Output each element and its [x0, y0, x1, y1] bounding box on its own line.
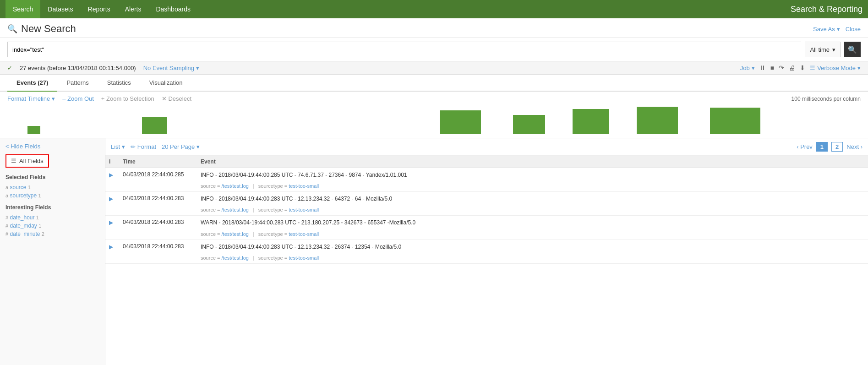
right-panel: List ▾ ✏ Format 20 Per Page ▾ ‹ Prev 1 2… [105, 138, 868, 365]
search-input[interactable] [7, 42, 801, 57]
search-bar: All time ▾ 🔍 [0, 38, 868, 61]
chart-bar [142, 117, 167, 134]
chevron-down-icon: ▾ [752, 65, 755, 71]
page-2-button[interactable]: 2 [831, 142, 843, 152]
field-date-hour[interactable]: # date_hour 1 [5, 213, 99, 222]
event-meta: source = /test/test.log | sourcetype = t… [105, 206, 868, 215]
event-text: INFO - 2018/03/04-19:44:00.283 UTC - 12.… [201, 195, 864, 203]
all-fields-button[interactable]: ☰ All Fields [5, 154, 49, 168]
format-button[interactable]: ✏ Format [131, 143, 156, 150]
event-source[interactable]: /test/test.log [222, 255, 249, 261]
event-sourcetype[interactable]: test-too-small [289, 207, 319, 212]
event-text: INFO - 2018/03/04-19:44:00.283 UTC - 12.… [201, 243, 864, 251]
expand-row-button[interactable]: ▶ [109, 195, 123, 202]
chart-bar [27, 126, 40, 134]
chart-bar [440, 110, 481, 134]
event-source[interactable]: /test/test.log [222, 231, 249, 237]
field-source[interactable]: a source 1 [5, 183, 99, 191]
field-date-mday[interactable]: # date_mday 1 [5, 222, 99, 230]
list-button[interactable]: List ▾ [111, 143, 125, 150]
pagination: ‹ Prev 1 2 Next › [797, 142, 863, 152]
time-picker[interactable]: All time ▾ [805, 42, 841, 57]
stop-button[interactable]: ■ [770, 64, 774, 71]
per-page-button[interactable]: 20 Per Page ▾ [162, 143, 200, 150]
events-table-header: i Time Event [105, 156, 868, 168]
download-button[interactable]: ⬇ [800, 64, 805, 71]
event-count: 27 events (before 13/04/2018 00:11:54.00… [20, 65, 136, 71]
expand-row-button[interactable]: ▶ [109, 171, 123, 178]
event-main-row: ▶ 04/03/2018 22:44:00.283 INFO - 2018/03… [105, 192, 868, 206]
verbose-mode-button[interactable]: ☰ Verbose Mode ▾ [810, 65, 861, 71]
list-controls: List ▾ ✏ Format 20 Per Page ▾ ‹ Prev 1 2… [105, 138, 868, 156]
field-date-minute[interactable]: # date_minute 2 [5, 230, 99, 238]
page-title-area: 🔍 New Search [7, 23, 76, 35]
list-icon: ☰ [810, 65, 815, 71]
nav-search[interactable]: Search [5, 0, 40, 18]
zoom-out-button[interactable]: – Zoom Out [62, 95, 94, 102]
chevron-down-icon: ▾ [52, 95, 55, 102]
app-title: Search & Reporting [791, 5, 863, 14]
chevron-down-icon: ▾ [832, 46, 835, 53]
status-check-icon: ✓ [7, 65, 12, 71]
interesting-fields-title: Interesting Fields [5, 204, 99, 211]
sidebar: < Hide Fields ☰ All Fields Selected Fiel… [0, 138, 105, 365]
chart-bar [573, 109, 609, 134]
search-header: 🔍 New Search Save As ▾ Close [0, 18, 868, 38]
timeline-chart[interactable] [0, 106, 868, 138]
event-time: 04/03/2018 22:44:00.285 [123, 171, 201, 179]
chevron-down-icon: ▾ [122, 143, 125, 150]
header-actions: Save As ▾ Close [813, 26, 861, 33]
tab-events[interactable]: Events (27) [7, 75, 57, 92]
no-sampling-button[interactable]: No Event Sampling ▾ [143, 65, 199, 71]
status-actions: Job ▾ ⏸ ■ ↷ 🖨 ⬇ ☰ Verbose Mode ▾ [740, 64, 861, 71]
job-button[interactable]: Job ▾ [740, 65, 755, 71]
chart-bar [710, 108, 760, 134]
prev-page-button[interactable]: ‹ Prev [797, 143, 813, 150]
tab-visualization[interactable]: Visualization [140, 75, 192, 92]
nav-dashboards[interactable]: Dashboards [148, 0, 198, 18]
event-sourcetype[interactable]: test-too-small [289, 231, 319, 237]
event-text: INFO - 2018/03/04-19:44:00.285 UTC - 74.… [201, 171, 864, 180]
tab-statistics[interactable]: Statistics [98, 75, 140, 92]
event-meta: source = /test/test.log | sourcetype = t… [105, 230, 868, 240]
print-button[interactable]: 🖨 [789, 64, 795, 71]
close-button[interactable]: Close [846, 26, 861, 33]
main-content: < Hide Fields ☰ All Fields Selected Fiel… [0, 138, 868, 365]
nav-alerts[interactable]: Alerts [118, 0, 149, 18]
deselect-button: ✕ Deselect [162, 95, 191, 102]
time-range-label: All time [810, 46, 830, 53]
status-bar: ✓ 27 events (before 13/04/2018 00:11:54.… [0, 61, 868, 75]
event-source[interactable]: /test/test.log [222, 207, 249, 212]
table-row: ▶ 04/03/2018 22:44:00.283 INFO - 2018/03… [105, 192, 868, 216]
nav-reports[interactable]: Reports [81, 0, 118, 18]
list-icon: ☰ [11, 158, 16, 164]
save-as-button[interactable]: Save As ▾ [813, 26, 840, 33]
refresh-button[interactable]: ↷ [779, 64, 784, 71]
chevron-down-icon: ▾ [837, 26, 840, 33]
timeline-bar: Format Timeline ▾ – Zoom Out + Zoom to S… [0, 92, 868, 106]
table-row: ▶ 04/03/2018 22:44:00.283 WARN - 2018/03… [105, 216, 868, 240]
event-time: 04/03/2018 22:44:00.283 [123, 243, 201, 251]
event-sourcetype[interactable]: test-too-small [289, 255, 319, 261]
expand-row-button[interactable]: ▶ [109, 218, 123, 226]
page-1-button[interactable]: 1 [816, 142, 828, 152]
event-time: 04/03/2018 22:44:00.283 [123, 195, 201, 202]
hide-fields-button[interactable]: < Hide Fields [5, 143, 99, 150]
event-main-row: ▶ 04/03/2018 22:44:00.283 WARN - 2018/03… [105, 216, 868, 230]
chevron-down-icon: ▾ [197, 143, 200, 150]
ms-per-col-label: 100 milliseconds per column [792, 96, 861, 102]
pause-button[interactable]: ⏸ [759, 64, 766, 71]
table-row: ▶ 04/03/2018 22:44:00.283 INFO - 2018/03… [105, 240, 868, 264]
chevron-down-icon: ▾ [196, 65, 199, 71]
event-sourcetype[interactable]: test-too-small [289, 183, 319, 189]
tab-patterns[interactable]: Patterns [57, 75, 98, 92]
next-page-button[interactable]: Next › [846, 143, 863, 150]
col-info: i [109, 158, 123, 165]
search-button[interactable]: 🔍 [844, 42, 861, 57]
nav-datasets[interactable]: Datasets [40, 0, 80, 18]
format-timeline-button[interactable]: Format Timeline ▾ [7, 95, 55, 102]
expand-row-button[interactable]: ▶ [109, 243, 123, 250]
event-source[interactable]: /test/test.log [222, 183, 249, 189]
field-sourcetype[interactable]: a sourcetype 1 [5, 191, 99, 200]
col-time: Time [123, 158, 201, 165]
